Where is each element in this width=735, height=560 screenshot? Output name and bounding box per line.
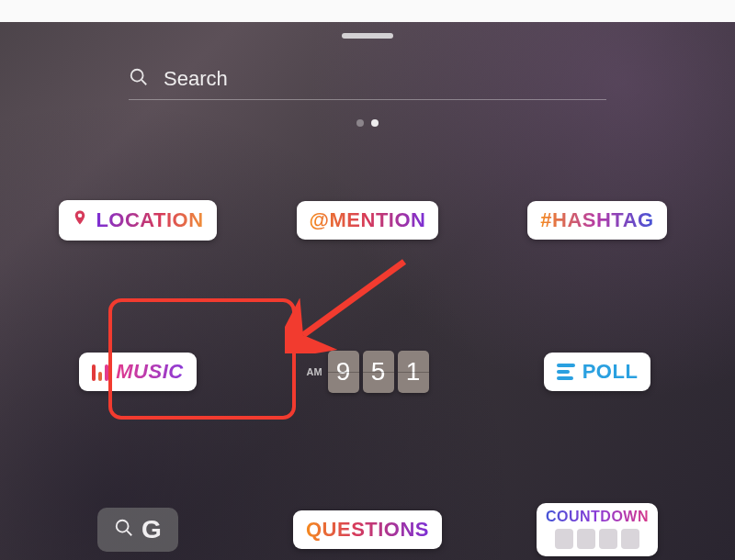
sticker-label: MUSIC: [116, 360, 183, 384]
page-dot[interactable]: [356, 119, 364, 127]
sticker-questions[interactable]: QUESTIONS: [293, 510, 442, 549]
location-pin-icon: [72, 207, 88, 233]
sticker-location[interactable]: LOCATION: [59, 200, 216, 241]
sticker-mention[interactable]: @MENTION: [297, 201, 439, 240]
sticker-music[interactable]: MUSIC: [79, 353, 196, 391]
search-row[interactable]: [129, 59, 606, 100]
page-indicator: [356, 119, 379, 127]
search-icon: [129, 67, 149, 91]
drag-handle[interactable]: [342, 33, 393, 39]
music-icon: [92, 363, 108, 381]
svg-point-0: [131, 70, 143, 82]
sticker-label: @MENTION: [310, 208, 426, 232]
time-ampm: AM: [306, 366, 322, 377]
sticker-label: QUESTIONS: [306, 518, 429, 542]
page-dot-active[interactable]: [371, 119, 379, 127]
sticker-time[interactable]: AM 9 5 1: [306, 351, 428, 393]
time-digit: 1: [398, 351, 429, 393]
svg-point-2: [117, 521, 129, 532]
sticker-label: #HASHTAG: [540, 208, 653, 232]
poll-icon: [557, 364, 575, 380]
sticker-row: MUSIC AM 9 5 1 POLL: [0, 351, 735, 393]
sticker-countdown[interactable]: COUNTDOWN: [537, 503, 658, 556]
time-digit: 9: [328, 351, 359, 393]
sticker-label: POLL: [582, 360, 639, 384]
svg-line-3: [127, 531, 131, 535]
sticker-label: LOCATION: [96, 208, 203, 232]
sticker-hashtag[interactable]: #HASHTAG: [527, 201, 666, 240]
sticker-label: COUNTDOWN: [546, 509, 649, 525]
countdown-blocks: [555, 529, 639, 549]
time-digit: 5: [363, 351, 394, 393]
annotation-arrow-icon: [285, 252, 423, 353]
search-input[interactable]: [162, 66, 606, 92]
sticker-poll[interactable]: POLL: [544, 353, 651, 391]
search-icon: [114, 515, 134, 544]
sticker-row: G QUESTIONS COUNTDOWN: [0, 503, 735, 556]
sticker-gif[interactable]: G: [97, 508, 178, 552]
svg-line-1: [141, 80, 146, 84]
sticker-picker-panel: LOCATION @MENTION #HASHTAG MUSIC: [0, 0, 735, 560]
sticker-label: G: [141, 515, 162, 544]
svg-line-4: [303, 262, 404, 335]
letterbox-top: [0, 0, 735, 22]
sticker-row: LOCATION @MENTION #HASHTAG: [0, 200, 735, 241]
